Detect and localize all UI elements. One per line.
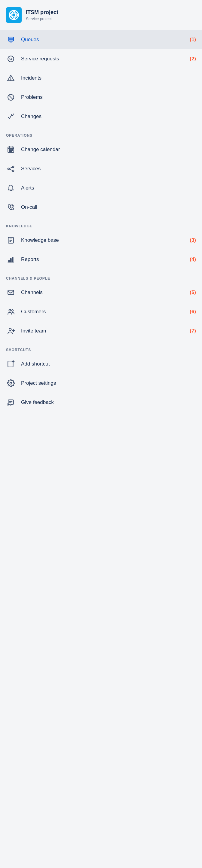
channels-label: Channels (21, 289, 183, 296)
sidebar-item-change-calendar[interactable]: Change calendar (0, 140, 202, 159)
customers-icon (6, 307, 16, 316)
svg-rect-41 (8, 260, 9, 262)
feedback-icon (6, 398, 16, 407)
knowledge-base-badge: (3) (190, 237, 196, 243)
svg-rect-28 (12, 150, 12, 151)
problems-icon (6, 93, 16, 102)
incidents-icon (6, 73, 16, 83)
svg-point-33 (12, 170, 14, 172)
sidebar-item-queues[interactable]: Queues (1) (0, 30, 202, 49)
customers-badge: (6) (190, 309, 196, 315)
project-name: ITSM project (26, 9, 58, 16)
svg-point-45 (9, 309, 11, 311)
project-logo (6, 7, 22, 23)
knowledge-base-icon (6, 236, 16, 245)
svg-line-21 (9, 95, 13, 99)
changes-label: Changes (21, 114, 196, 120)
project-info: ITSM project Service project (26, 9, 58, 21)
alerts-icon (6, 183, 16, 193)
channels-icon (6, 288, 16, 297)
svg-point-47 (9, 328, 11, 331)
add-shortcut-label: Add shortcut (21, 361, 196, 367)
on-call-label: On-call (21, 204, 196, 210)
section-header-knowledge: KNOWLEDGE (0, 217, 202, 231)
sidebar-item-incidents[interactable]: Incidents (0, 68, 202, 88)
svg-point-32 (12, 166, 14, 167)
svg-point-1 (12, 13, 16, 17)
services-icon (6, 164, 16, 174)
sidebar-item-service-requests[interactable]: Service requests (2) (0, 49, 202, 68)
service-requests-label: Service requests (21, 56, 183, 62)
queues-label: Queues (21, 37, 183, 43)
sidebar-item-alerts[interactable]: Alerts (0, 178, 202, 198)
reports-badge: (4) (190, 256, 196, 262)
section-header-operations: OPERATIONS (0, 126, 202, 140)
sidebar-item-services[interactable]: Services (0, 159, 202, 178)
svg-line-34 (9, 167, 12, 168)
gear-icon (6, 378, 16, 388)
sidebar-item-problems[interactable]: Problems (0, 88, 202, 107)
svg-rect-29 (9, 151, 10, 152)
add-shortcut-icon (6, 359, 16, 369)
svg-point-31 (8, 168, 9, 169)
service-requests-icon (6, 54, 16, 64)
sidebar-item-give-feedback[interactable]: Give feedback (0, 393, 202, 412)
project-header: ITSM project Service project (0, 0, 202, 30)
change-calendar-label: Change calendar (21, 147, 196, 153)
queues-badge: (1) (190, 37, 196, 43)
invite-team-icon (6, 326, 16, 336)
svg-rect-44 (8, 290, 14, 294)
section-header-shortcuts: SHORTCUTS (0, 341, 202, 354)
project-type: Service project (26, 17, 58, 21)
sidebar-item-channels[interactable]: Channels (5) (0, 283, 202, 302)
sidebar: ITSM project Service project Queues (1) (0, 0, 202, 412)
customers-label: Customers (21, 309, 183, 315)
svg-point-16 (8, 56, 14, 62)
channels-badge: (5) (190, 289, 196, 296)
invite-team-label: Invite team (21, 328, 183, 334)
services-label: Services (21, 166, 196, 172)
sidebar-item-changes[interactable]: Changes (0, 107, 202, 126)
sidebar-item-customers[interactable]: Customers (6) (0, 302, 202, 321)
svg-rect-11 (8, 37, 13, 40)
svg-point-46 (12, 310, 13, 311)
sidebar-item-on-call[interactable]: On-call (0, 198, 202, 217)
svg-point-53 (10, 382, 12, 384)
change-calendar-icon (6, 145, 16, 154)
alerts-label: Alerts (21, 185, 196, 191)
svg-point-19 (10, 80, 11, 80)
sidebar-item-add-shortcut[interactable]: Add shortcut (0, 354, 202, 374)
on-call-icon (6, 203, 16, 212)
sidebar-item-project-settings[interactable]: Project settings (0, 374, 202, 393)
reports-icon (6, 255, 16, 264)
give-feedback-label: Give feedback (21, 399, 196, 405)
project-settings-label: Project settings (21, 380, 196, 386)
svg-rect-50 (8, 361, 13, 367)
sidebar-item-knowledge-base[interactable]: Knowledge base (3) (0, 231, 202, 250)
svg-line-35 (9, 169, 12, 170)
svg-rect-26 (9, 150, 10, 151)
svg-rect-30 (10, 151, 11, 152)
svg-rect-42 (10, 258, 11, 262)
changes-icon (6, 112, 16, 121)
svg-rect-43 (12, 257, 13, 262)
sidebar-item-invite-team[interactable]: Invite team (7) (0, 321, 202, 341)
svg-point-0 (9, 10, 18, 20)
problems-label: Problems (21, 94, 196, 100)
reports-label: Reports (21, 256, 183, 262)
queue-icon (6, 35, 16, 44)
incidents-label: Incidents (21, 75, 196, 81)
svg-rect-27 (10, 150, 11, 151)
invite-team-badge: (7) (190, 328, 196, 334)
knowledge-base-label: Knowledge base (21, 237, 183, 243)
section-header-channels-people: CHANNELS & PEOPLE (0, 269, 202, 283)
sidebar-item-reports[interactable]: Reports (4) (0, 250, 202, 269)
service-requests-badge: (2) (190, 56, 196, 62)
